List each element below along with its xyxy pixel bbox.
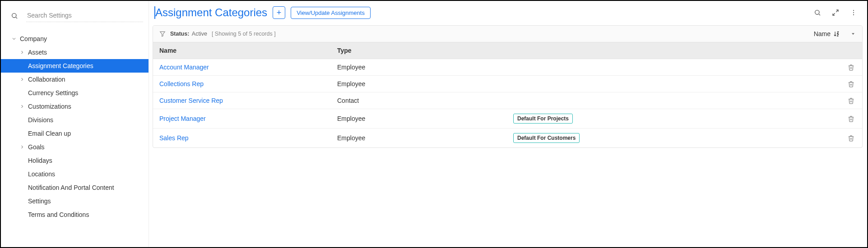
column-name[interactable]: Name [153, 42, 331, 59]
sort-label: Name [814, 30, 831, 37]
svg-line-5 [833, 13, 835, 15]
table-row: Account ManagerEmployee [153, 59, 862, 76]
sidebar-item-customizations[interactable]: Customizations [1, 100, 149, 113]
sidebar-item-label: Goals [28, 143, 144, 151]
svg-point-6 [853, 10, 854, 11]
search-input[interactable] [26, 9, 143, 22]
sidebar-item-notification-and-portal-content[interactable]: Notification And Portal Content [1, 181, 149, 194]
more-icon[interactable] [847, 6, 860, 19]
filter-bar: Status: Active [ Showing 5 of 5 records … [153, 26, 862, 42]
row-name-link[interactable]: Collections Rep [159, 80, 204, 87]
status-label: Status: [170, 31, 189, 37]
status-filter[interactable]: Status: Active [170, 31, 207, 37]
svg-marker-9 [160, 32, 165, 37]
trash-icon[interactable] [848, 115, 854, 122]
row-badge-cell [507, 79, 840, 88]
row-type: Employee [331, 110, 507, 127]
settings-tree: Company AssetsAssignment CategoriesColla… [1, 32, 149, 221]
chevron-right-icon [19, 77, 25, 82]
sort-dropdown-icon[interactable] [850, 31, 856, 37]
column-badge [507, 42, 840, 59]
sidebar-item-divisions[interactable]: Divisions [1, 113, 149, 127]
chevron-right-icon [19, 104, 25, 109]
row-name-link[interactable]: Sales Rep [159, 134, 189, 142]
sidebar-item-assets[interactable]: Assets [1, 46, 149, 59]
sidebar-item-currency-settings[interactable]: Currency Settings [1, 86, 149, 100]
tree-root-label: Company [20, 35, 144, 42]
sidebar-item-label: Terms and Conditions [28, 211, 144, 218]
row-badge-cell [507, 96, 840, 105]
svg-point-8 [853, 14, 854, 15]
svg-point-2 [815, 10, 819, 14]
chevron-right-icon [19, 50, 25, 55]
sidebar-item-goals[interactable]: Goals [1, 140, 149, 154]
sidebar-item-label: Assignment Categories [28, 62, 144, 69]
default-badge: Default For Customers [513, 133, 580, 143]
svg-line-3 [819, 14, 820, 15]
column-actions [840, 42, 862, 59]
chevron-down-icon [11, 36, 17, 41]
table-row: Sales RepEmployeeDefault For Customers [153, 129, 862, 147]
svg-line-1 [16, 17, 17, 18]
row-type: Employee [331, 76, 507, 92]
trash-icon[interactable] [848, 64, 854, 71]
sidebar-item-email-clean-up[interactable]: Email Clean up [1, 127, 149, 140]
row-badge-cell: Default For Projects [507, 109, 840, 128]
table-row: Project ManagerEmployeeDefault For Proje… [153, 109, 862, 129]
page-header: Assignment Categories + View/Update Assi… [153, 5, 863, 25]
records-info: [ Showing 5 of 5 records ] [212, 31, 276, 37]
table-row: Customer Service RepContact [153, 92, 862, 109]
svg-line-4 [836, 10, 838, 12]
default-badge: Default For Projects [513, 114, 573, 124]
trash-icon[interactable] [848, 81, 854, 87]
sidebar-item-label: Assets [28, 49, 144, 56]
sidebar-item-holidays[interactable]: Holidays [1, 154, 149, 167]
tree-root-company[interactable]: Company [1, 32, 149, 46]
filter-icon[interactable] [159, 31, 166, 37]
expand-icon[interactable] [829, 6, 842, 19]
sidebar-item-assignment-categories[interactable]: Assignment Categories [1, 59, 149, 73]
row-type: Employee [331, 130, 507, 146]
plus-icon: + [277, 9, 282, 17]
chevron-right-icon [19, 144, 25, 150]
sidebar-item-label: Holidays [28, 157, 144, 164]
sidebar-item-label: Locations [28, 170, 144, 178]
svg-point-7 [853, 12, 854, 13]
column-type[interactable]: Type [331, 42, 507, 59]
sidebar-item-label: Notification And Portal Content [28, 184, 144, 191]
sort-control[interactable]: Name [814, 30, 840, 37]
sidebar-item-settings[interactable]: Settings [1, 194, 149, 208]
table-row: Collections RepEmployee [153, 76, 862, 92]
row-name-link[interactable]: Account Manager [159, 64, 209, 71]
row-type: Contact [331, 92, 507, 109]
sidebar-item-terms-and-conditions[interactable]: Terms and Conditions [1, 208, 149, 221]
svg-point-0 [12, 13, 16, 17]
trash-icon[interactable] [848, 135, 854, 142]
row-badge-cell [507, 63, 840, 72]
sidebar-item-collaboration[interactable]: Collaboration [1, 73, 149, 86]
sidebar-item-label: Collaboration [28, 76, 144, 83]
sidebar-item-label: Currency Settings [28, 89, 144, 96]
row-badge-cell: Default For Customers [507, 129, 840, 147]
row-name-link[interactable]: Customer Service Rep [159, 97, 223, 104]
table-header: Name Type [153, 42, 862, 59]
add-button[interactable]: + [273, 6, 285, 19]
page-title: Assignment Categories [154, 6, 267, 19]
settings-sidebar: Company AssetsAssignment CategoriesColla… [1, 1, 149, 247]
search-icon[interactable] [8, 9, 21, 22]
sidebar-item-label: Settings [28, 197, 144, 205]
row-name-link[interactable]: Project Manager [159, 115, 206, 122]
view-update-assignments-button[interactable]: View/Update Assignments [291, 7, 371, 19]
table-container: Status: Active [ Showing 5 of 5 records … [153, 25, 863, 148]
sidebar-item-label: Email Clean up [28, 130, 144, 137]
trash-icon[interactable] [848, 97, 854, 104]
sidebar-item-label: Divisions [28, 116, 144, 124]
sort-az-icon [833, 31, 840, 37]
row-type: Employee [331, 59, 507, 75]
sidebar-item-locations[interactable]: Locations [1, 167, 149, 181]
search-header-icon[interactable] [811, 6, 824, 19]
sidebar-item-label: Customizations [28, 103, 144, 110]
search-row [1, 5, 149, 26]
main-content: Assignment Categories + View/Update Assi… [149, 1, 867, 247]
svg-marker-10 [852, 33, 854, 35]
